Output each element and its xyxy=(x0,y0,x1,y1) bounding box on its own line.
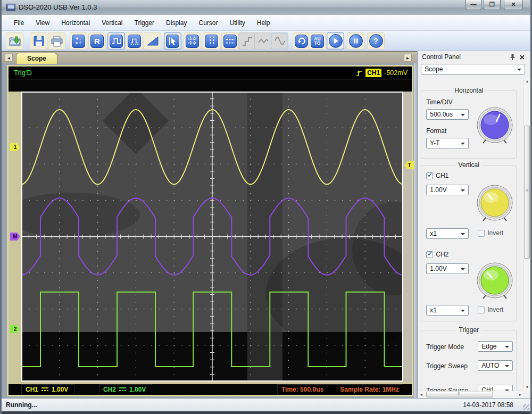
ch2-probe-select[interactable]: x1 xyxy=(426,305,469,316)
start-button[interactable] xyxy=(327,32,344,49)
trigger-mode-select[interactable]: Edge xyxy=(478,341,513,352)
menu-help[interactable]: Help xyxy=(251,17,276,29)
open-folder-icon xyxy=(8,35,22,47)
ramp-button[interactable] xyxy=(144,32,161,49)
panel-mode-select[interactable]: Scope xyxy=(421,64,525,74)
linear-display-button[interactable] xyxy=(254,32,272,49)
menu-bar: File View Horizontal Vertical Trigger Di… xyxy=(2,15,530,31)
waveform-plot xyxy=(21,92,403,382)
pin-icon[interactable] xyxy=(509,54,516,61)
step-display-button[interactable] xyxy=(238,32,256,49)
main-area: ◄ Scope ► Trig'D CH1 -502mV xyxy=(2,51,530,398)
autoset-button[interactable]: AUTO xyxy=(309,32,326,49)
scope-stage: 1 M 2 T CH1 1.00V CH2 1.00V xyxy=(9,80,412,395)
refresh-button[interactable] xyxy=(293,32,310,49)
tab-scroll-left-icon[interactable]: ◄ xyxy=(5,54,13,62)
ch1-invert-row[interactable]: Invert xyxy=(478,229,503,237)
ch2-enable-row[interactable]: CH2 xyxy=(426,251,448,258)
menu-view[interactable]: View xyxy=(30,17,55,29)
menu-file[interactable]: File xyxy=(8,17,30,29)
vertical-scroll-thumb[interactable] xyxy=(524,126,530,259)
play-icon xyxy=(331,37,340,45)
menu-utility[interactable]: Utility xyxy=(223,17,251,29)
help-button[interactable]: ? xyxy=(367,32,385,49)
maximize-button[interactable]: ❐ xyxy=(484,0,501,10)
cursor-cross-button[interactable] xyxy=(184,32,201,49)
time-div-select[interactable]: 500.0us xyxy=(426,109,469,120)
scroll-down-icon[interactable]: ▼ xyxy=(523,384,531,391)
ch1-knob[interactable] xyxy=(475,183,515,223)
ch1-readout: CH1 1.00V xyxy=(21,384,74,394)
app-window: DSO-2020 USB Ver 1.0.3 — ❐ ✕ File View H… xyxy=(0,0,532,414)
scroll-right-icon[interactable]: ► xyxy=(517,391,523,399)
ch2-invert-checkbox[interactable] xyxy=(478,307,485,313)
close-panel-icon[interactable] xyxy=(519,54,526,61)
trigger-source-select[interactable]: CH1 xyxy=(478,385,513,391)
scope-display-panel: Trig'D CH1 -502mV xyxy=(7,65,413,396)
trigger-source-label: Trigger Source xyxy=(426,387,468,391)
menu-trigger[interactable]: Trigger xyxy=(129,17,161,29)
close-button[interactable]: ✕ xyxy=(504,0,523,10)
menu-horizontal[interactable]: Horizontal xyxy=(55,17,96,29)
math-button[interactable]: + -× ÷ xyxy=(70,32,87,49)
right-marker-strip xyxy=(403,92,412,382)
rising-edge-icon xyxy=(356,69,363,77)
tab-row: ◄ Scope ► xyxy=(2,51,417,63)
trigger-status: Trig'D xyxy=(14,67,32,79)
pulse-average-button[interactable] xyxy=(126,32,143,49)
panel-vertical-scrollbar[interactable]: ▲ ▼ xyxy=(523,78,530,391)
status-bar: Running... 14-03-2017 08:58 xyxy=(2,398,530,411)
ch1-probe-select[interactable]: x1 xyxy=(426,228,469,239)
ch2-scale-select[interactable]: 1.00V xyxy=(426,263,469,274)
ch1-invert-checkbox[interactable] xyxy=(478,230,485,237)
cursor-select-button[interactable] xyxy=(164,32,181,49)
trigger-sweep-select[interactable]: AUTO xyxy=(478,360,513,371)
sine-display-button[interactable] xyxy=(271,32,288,49)
scroll-left-icon[interactable]: ◄ xyxy=(418,391,425,399)
zigzag-wave-icon xyxy=(257,35,269,47)
pause-button[interactable] xyxy=(347,32,364,49)
reference-button[interactable]: R xyxy=(88,32,106,49)
horizontal-knob[interactable] xyxy=(475,105,515,145)
cross-cursor-icon xyxy=(187,36,198,46)
cursor-vertical-button[interactable] xyxy=(203,32,220,49)
printer-icon xyxy=(50,35,64,47)
pulse-normal-button[interactable] xyxy=(107,32,125,49)
save-button[interactable] xyxy=(30,32,47,49)
cursor-horizontal-button[interactable] xyxy=(221,32,239,49)
tab-scroll-right-icon[interactable]: ► xyxy=(404,54,412,62)
cursor-arrow-icon xyxy=(168,36,178,46)
toolbar: + -× ÷ R xyxy=(2,31,530,51)
horizontal-group: Horizontal Time/DIV 500.0us Format Y-T xyxy=(421,90,517,159)
resize-grip[interactable] xyxy=(523,404,529,410)
ch2-knob[interactable] xyxy=(475,260,515,301)
minimize-button[interactable]: — xyxy=(466,0,481,10)
menu-cursor[interactable]: Cursor xyxy=(193,17,223,29)
menu-vertical[interactable]: Vertical xyxy=(96,17,128,29)
panel-horizontal-scrollbar[interactable]: ◄ ► xyxy=(418,391,523,398)
sample-rate-value: Sample Rate: 1MHz xyxy=(340,386,399,393)
window-bottom-border xyxy=(2,411,530,414)
menu-display[interactable]: Display xyxy=(160,17,193,29)
print-button[interactable] xyxy=(48,32,65,49)
format-select[interactable]: Y-T xyxy=(426,138,469,148)
horizontal-group-label: Horizontal xyxy=(452,87,486,94)
vertical-cursors-icon xyxy=(206,36,217,46)
vertical-group: Vertical CH1 1.00V x xyxy=(421,165,517,321)
horizontal-scroll-thumb[interactable] xyxy=(426,392,493,398)
open-button[interactable] xyxy=(6,32,23,49)
trigger-level-value: -502mV xyxy=(384,69,408,77)
tab-scope[interactable]: Scope xyxy=(16,53,57,64)
ch1-coupling-icon xyxy=(41,387,48,392)
trigger-group-label: Trigger xyxy=(456,326,481,334)
ch1-checkbox[interactable] xyxy=(426,172,433,179)
step-wave-icon xyxy=(242,35,253,47)
ch1-enable-row[interactable]: CH1 xyxy=(426,172,448,179)
ch2-invert-row[interactable]: Invert xyxy=(478,306,503,313)
ch2-checkbox[interactable] xyxy=(426,251,433,258)
window-title: DSO-2020 USB Ver 1.0.3 xyxy=(19,0,97,15)
ch2-readout: CH2 1.00V xyxy=(99,384,152,394)
scroll-up-icon[interactable]: ▲ xyxy=(523,78,531,85)
ch1-scale-select[interactable]: 1.00V xyxy=(426,185,469,195)
timebase-readout: Time: 500.0us Sample Rate: 1MHz xyxy=(277,384,403,394)
